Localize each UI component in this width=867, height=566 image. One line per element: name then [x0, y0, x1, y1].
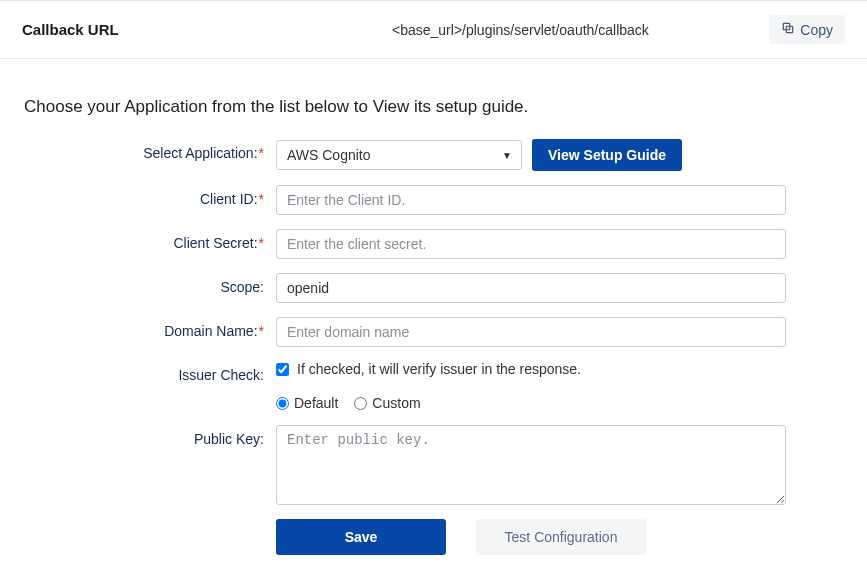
- select-application-dropdown[interactable]: AWS Cognito: [276, 140, 522, 170]
- test-configuration-button[interactable]: Test Configuration: [476, 519, 646, 555]
- view-setup-guide-button[interactable]: View Setup Guide: [532, 139, 682, 171]
- intro-text: Choose your Application from the list be…: [0, 59, 867, 139]
- issuer-check-checkbox[interactable]: [276, 363, 289, 376]
- scope-label: Scope:: [24, 273, 276, 295]
- issuer-radio-default[interactable]: [276, 397, 289, 410]
- select-application-label: Select Application:*: [24, 139, 276, 161]
- issuer-radio-group: Default Custom: [276, 391, 421, 411]
- domain-name-label: Domain Name:*: [24, 317, 276, 339]
- client-secret-input[interactable]: [276, 229, 786, 259]
- client-id-input[interactable]: [276, 185, 786, 215]
- client-id-label: Client ID:*: [24, 185, 276, 207]
- issuer-radio-custom[interactable]: [354, 397, 367, 410]
- issuer-check-text: If checked, it will verify issuer in the…: [297, 361, 581, 377]
- copy-button-label: Copy: [800, 22, 833, 38]
- callback-url-label: Callback URL: [22, 21, 392, 38]
- save-button[interactable]: Save: [276, 519, 446, 555]
- config-form: Select Application:* AWS Cognito View Se…: [0, 139, 867, 566]
- issuer-check-label: Issuer Check:: [24, 361, 276, 383]
- domain-name-input[interactable]: [276, 317, 786, 347]
- public-key-label: Public Key:: [24, 425, 276, 447]
- copy-icon: [781, 21, 795, 38]
- client-secret-label: Client Secret:*: [24, 229, 276, 251]
- scope-input[interactable]: [276, 273, 786, 303]
- copy-button[interactable]: Copy: [769, 15, 845, 44]
- callback-url-value: <base_url>/plugins/servlet/oauth/callbac…: [392, 22, 769, 38]
- public-key-textarea[interactable]: [276, 425, 786, 505]
- callback-row: Callback URL <base_url>/plugins/servlet/…: [0, 0, 867, 59]
